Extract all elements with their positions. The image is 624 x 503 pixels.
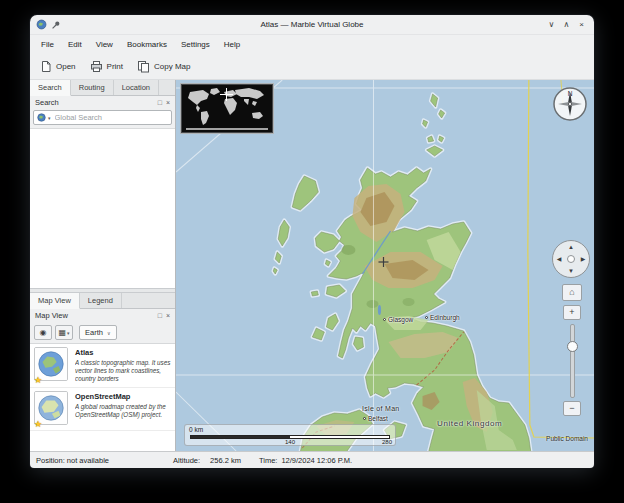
celestial-body-value: Earth xyxy=(85,328,103,337)
search-row: ▾ xyxy=(30,109,175,129)
open-button[interactable]: Open xyxy=(40,60,76,73)
close-panel-icon[interactable]: × xyxy=(166,99,170,106)
sidebar-bottom-tabbar: Map View Legend xyxy=(30,293,175,309)
view-mode-button[interactable]: ▦ ▾ xyxy=(55,325,73,340)
nav-center-button[interactable] xyxy=(567,255,575,263)
arrow-left-icon[interactable]: ◀ xyxy=(557,256,562,262)
theme-description: A global roadmap created by the OpenStre… xyxy=(75,403,171,419)
menu-view[interactable]: View xyxy=(89,38,120,51)
license-label: Public Domain xyxy=(546,435,588,442)
loch-lomond xyxy=(378,305,381,315)
map-canvas[interactable]: N ▲ ◀ ▶ ▼ xyxy=(176,80,594,451)
menu-edit[interactable]: Edit xyxy=(61,38,89,51)
search-scope-dropdown-icon[interactable]: ▾ xyxy=(48,115,51,121)
zoom-out-button[interactable]: − xyxy=(563,401,581,416)
list-item-atlas[interactable]: ★ Atlas A classic topographic map. It us… xyxy=(30,344,175,388)
status-time-value: 12/9/2024 12:06 P.M. xyxy=(281,456,352,465)
float-panel-icon[interactable]: □ xyxy=(158,312,162,319)
status-time-label: Time: xyxy=(259,456,277,465)
open-file-icon xyxy=(40,60,52,73)
tab-location[interactable]: Location xyxy=(114,80,159,95)
chevron-down-icon: ∨ xyxy=(107,330,111,336)
main-toolbar: Open Print Copy Map xyxy=(30,53,594,80)
theme-name: OpenStreetMap xyxy=(75,392,171,401)
sidebar-top-tabbar: Search Routing Location xyxy=(30,80,175,96)
list-item-openstreetmap[interactable]: ★ OpenStreetMap A global roadmap created… xyxy=(30,388,175,431)
city-label-belfast: Belfast xyxy=(363,415,388,422)
status-altitude-label: Altitude: xyxy=(173,456,200,465)
copy-icon xyxy=(137,60,150,73)
marble-window: Atlas — Marble Virtual Globe ∨ ∧ × File xyxy=(30,15,594,468)
copy-map-button-label: Copy Map xyxy=(154,62,190,71)
scale-end-label: 280 xyxy=(382,439,392,445)
overview-map[interactable] xyxy=(182,85,272,132)
star-icon[interactable]: ★ xyxy=(34,419,42,429)
search-input[interactable] xyxy=(53,112,168,123)
title-bar[interactable]: Atlas — Marble Virtual Globe ∨ ∧ × xyxy=(30,15,594,35)
search-box[interactable]: ▾ xyxy=(33,110,172,125)
maximize-icon[interactable]: ∧ xyxy=(560,18,573,31)
arrow-down-icon[interactable]: ▼ xyxy=(568,268,574,274)
status-bar: Position: not available Altitude: 256.2 … xyxy=(30,451,594,468)
app-icon xyxy=(36,19,47,30)
arrow-right-icon[interactable]: ▶ xyxy=(581,256,586,262)
theme-description: A classic topographic map. It uses vecto… xyxy=(75,359,171,384)
arrow-up-icon[interactable]: ▲ xyxy=(568,244,574,250)
pin-icon[interactable] xyxy=(51,20,61,30)
window-title: Atlas — Marble Virtual Globe xyxy=(30,20,594,29)
menu-help[interactable]: Help xyxy=(217,38,247,51)
print-button-label: Print xyxy=(107,62,123,71)
menu-file[interactable]: File xyxy=(34,38,61,51)
theme-name: Atlas xyxy=(75,348,171,357)
close-icon[interactable]: × xyxy=(575,18,588,31)
city-dot xyxy=(363,417,366,420)
country-label-united-kingdom: United Kingdom xyxy=(437,419,502,428)
map-view-panel-title: Map View xyxy=(35,311,68,320)
menu-bookmarks[interactable]: Bookmarks xyxy=(120,38,174,51)
menu-bar: File Edit View Bookmarks Settings Help xyxy=(30,35,594,53)
scale-mid-label: 140 xyxy=(285,439,295,445)
globe-search-icon[interactable] xyxy=(37,113,46,122)
star-icon[interactable]: ★ xyxy=(34,375,42,385)
search-results-list[interactable] xyxy=(30,129,175,288)
sidebar: Search Routing Location Search □ × xyxy=(30,80,176,451)
compass[interactable]: N xyxy=(552,86,588,126)
atlas-thumbnail: ★ xyxy=(34,347,70,383)
region-label-isle-of-man: Isle of Man xyxy=(362,405,400,412)
close-panel-icon[interactable]: × xyxy=(166,312,170,319)
home-button[interactable]: ⌂ xyxy=(562,284,582,301)
projection-globe-button[interactable]: ◉ xyxy=(34,325,52,340)
tab-routing[interactable]: Routing xyxy=(71,80,114,95)
tab-map-view[interactable]: Map View xyxy=(30,293,80,309)
zoom-in-button[interactable]: + xyxy=(563,305,581,320)
minus-icon: − xyxy=(569,404,574,413)
copy-map-button[interactable]: Copy Map xyxy=(137,60,190,73)
map-rendering xyxy=(176,80,594,451)
open-button-label: Open xyxy=(56,62,76,71)
osm-thumbnail: ★ xyxy=(34,391,70,427)
zoom-slider-handle[interactable] xyxy=(567,341,578,352)
minimize-icon[interactable]: ∨ xyxy=(545,18,558,31)
scale-zero-label: 0 km xyxy=(189,426,203,433)
zoom-slider-track[interactable] xyxy=(570,324,575,398)
map-theme-list: ★ Atlas A classic topographic map. It us… xyxy=(30,343,175,451)
tab-legend[interactable]: Legend xyxy=(80,293,122,308)
chevron-down-icon: ▾ xyxy=(67,330,70,336)
map-view-panel-header: Map View □ × xyxy=(30,309,175,322)
tab-search[interactable]: Search xyxy=(30,80,71,96)
status-altitude-value: 256.2 km xyxy=(210,456,241,465)
city-label-glasgow: Glasgow xyxy=(383,316,413,323)
float-panel-icon[interactable]: □ xyxy=(158,99,162,106)
map-view-controls: ◉ ▦ ▾ Earth ∨ xyxy=(30,322,175,343)
grid-icon: ▦ xyxy=(58,328,66,337)
celestial-body-combo[interactable]: Earth ∨ xyxy=(79,325,117,340)
navigation-pad[interactable]: ▲ ◀ ▶ ▼ xyxy=(552,240,590,278)
scale-bar: 0 km 140 280 xyxy=(184,424,396,446)
print-button[interactable]: Print xyxy=(90,60,123,73)
status-position: Position: not available xyxy=(36,456,109,465)
plus-icon: + xyxy=(569,308,574,317)
city-dot xyxy=(383,318,386,321)
menu-settings[interactable]: Settings xyxy=(174,38,217,51)
print-icon xyxy=(90,60,103,73)
city-dot xyxy=(425,316,428,319)
